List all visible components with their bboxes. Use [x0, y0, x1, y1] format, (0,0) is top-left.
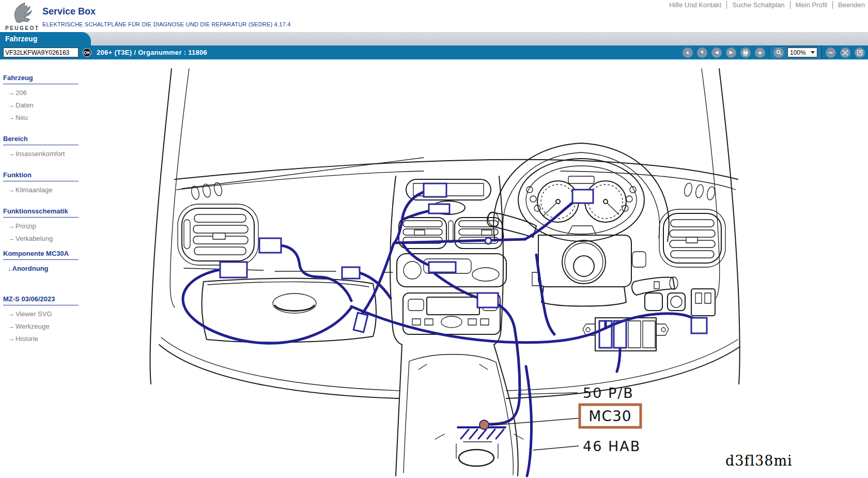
left-arrow-icon: ◀ — [715, 50, 719, 55]
sidebar-item-206[interactable]: →206 — [8, 89, 93, 97]
sidebar: Fahrzeug →206 →Daten →Neu Bereich →Insas… — [0, 59, 93, 478]
sidebar-item-label: Prinzip — [16, 222, 36, 230]
magnifier-icon — [776, 50, 782, 55]
arrow-right-icon: → — [8, 235, 14, 242]
connector — [691, 318, 707, 333]
arrow-right-icon: → — [8, 114, 14, 121]
sidebar-item-verkabelung[interactable]: →Verkabelung — [8, 235, 93, 242]
vin-input[interactable] — [3, 48, 79, 57]
zoom-in-button[interactable]: + — [755, 48, 765, 58]
app-subtitle: ELEKTRISCHE SCHALTPLÄNE FÜR DIE DIAGNOSE… — [42, 21, 290, 27]
sidebar-item-prinzip[interactable]: →Prinzip — [8, 222, 93, 230]
wiring-diagram: 50 P/B MC30 46 HAB d3fl38mi — [93, 59, 868, 478]
sidebar-item-label: Verkabelung — [16, 235, 53, 242]
sidebar-item-viewer-svg[interactable]: →Viewer SVG — [8, 310, 93, 318]
external-window-icon — [857, 50, 863, 56]
sidebar-item-neu[interactable]: →Neu — [8, 114, 93, 121]
plus-icon: + — [758, 49, 763, 56]
connector — [477, 293, 498, 307]
sidebar-item-anordnung[interactable]: ↓Anordnung — [8, 265, 93, 272]
zoom-out-button[interactable]: − — [826, 48, 836, 58]
sidebar-item-werkzeuge[interactable]: →Werkzeuge — [8, 322, 93, 330]
component-box-mc30[interactable]: MC30 — [580, 405, 641, 427]
ground-point-mc30 — [479, 420, 489, 429]
zoom-control-group: 100% — [769, 46, 822, 59]
left-air-vent — [178, 204, 258, 265]
connector — [220, 262, 247, 277]
sidebar-item-label: Neu — [16, 114, 28, 121]
move-down-button[interactable]: ▼ — [697, 48, 707, 58]
move-up-button[interactable]: ▲ — [683, 48, 693, 58]
connector — [353, 313, 368, 332]
arrow-right-icon: → — [8, 150, 14, 158]
connector — [572, 190, 593, 203]
sidebar-section-bereich: Bereich — [3, 135, 79, 145]
link-mein-profil[interactable]: Mein Profil — [790, 1, 832, 9]
harness-node — [485, 238, 491, 244]
ok-button[interactable]: OK — [83, 48, 91, 57]
steering-column — [532, 226, 646, 306]
link-beenden[interactable]: Beenden — [832, 1, 865, 9]
connector — [342, 267, 360, 279]
print-button[interactable] — [740, 48, 751, 58]
center-console — [396, 345, 523, 476]
up-arrow-icon: ▲ — [686, 50, 690, 55]
steering-stalks — [487, 211, 678, 295]
vehicle-info: 206+ (T3E) / Organummer : 11806 — [97, 49, 207, 56]
arrow-down-icon: ↓ — [8, 265, 11, 272]
sidebar-item-insassenkomfort[interactable]: →Insassenkomfort — [8, 150, 93, 158]
peugeot-lion-icon — [9, 2, 33, 23]
switch-panel — [645, 289, 715, 316]
tab-fahrzeug[interactable]: Fahrzeug — [0, 32, 91, 45]
sidebar-item-label: Werkzeuge — [16, 322, 50, 330]
drawing-code: d3fl38mi — [725, 453, 793, 469]
connectors — [220, 183, 707, 348]
connector — [424, 183, 446, 197]
sidebar-item-label: Viewer SVG — [16, 310, 52, 318]
arrow-right-icon: → — [8, 322, 14, 330]
app-header: PEUGEOT Service Box ELEKTRISCHE SCHALTPL… — [0, 0, 868, 32]
sidebar-item-label: Historie — [16, 335, 38, 343]
printer-icon — [742, 50, 749, 56]
right-arrow-icon: ▶ — [730, 50, 733, 55]
toolbar: OK 206+ (T3E) / Organummer : 11806 ▲ ▼ ◀… — [0, 45, 868, 59]
chevron-down-icon — [811, 51, 815, 54]
link-hilfe-und-kontakt[interactable]: Hilfe Und Kontakt — [664, 1, 726, 9]
connector — [259, 238, 281, 253]
sidebar-item-daten[interactable]: →Daten — [8, 101, 93, 109]
move-right-button[interactable]: ▶ — [726, 48, 736, 58]
magnifier-button[interactable] — [773, 48, 784, 58]
left-a-pillar — [150, 69, 172, 384]
fit-screen-button[interactable] — [840, 48, 850, 58]
right-a-pillar — [719, 69, 740, 384]
sidebar-item-label: Daten — [16, 101, 34, 109]
open-external-button[interactable] — [855, 48, 865, 58]
wire-label-46-hab: 46 HAB — [583, 438, 641, 454]
sidebar-section-funktionsschematik: Funktionsschematik — [3, 207, 79, 218]
left-speaker-grille — [190, 182, 223, 200]
wiring-harness — [183, 191, 698, 476]
minus-icon: − — [829, 49, 833, 56]
arrow-right-icon: → — [8, 310, 14, 318]
expand-arrows-icon — [842, 50, 848, 56]
arrow-right-icon: → — [8, 186, 14, 194]
arrow-right-icon: → — [8, 335, 14, 343]
diagram-panel: 50 P/B MC30 46 HAB d3fl38mi — [93, 59, 868, 478]
sidebar-item-label: Klimaanlage — [16, 186, 53, 194]
move-left-button[interactable]: ◀ — [711, 48, 722, 58]
link-suche-schaltplan[interactable]: Suche Schaltplan — [726, 1, 789, 9]
connector — [429, 204, 450, 213]
sidebar-item-label: Anordnung — [12, 265, 49, 272]
tab-bar: Fahrzeug — [0, 32, 868, 45]
peugeot-logo: PEUGEOT — [5, 2, 37, 31]
sidebar-section-komponente-mc30a: Komponente MC30A — [3, 250, 79, 260]
center-stack — [390, 176, 506, 345]
sidebar-item-klimaanlage[interactable]: →Klimaanlage — [8, 186, 93, 194]
zoom-level-select[interactable]: 100% — [787, 48, 817, 57]
wire-label-50-pb: 50 P/B — [583, 385, 634, 401]
sidebar-section-mzs: MZ-S 03/06/2023 — [3, 295, 79, 305]
connector — [429, 262, 456, 272]
sidebar-item-historie[interactable]: →Historie — [8, 335, 93, 343]
header-links: Hilfe Und KontaktSuche SchaltplanMein Pr… — [664, 1, 865, 9]
brand-name: PEUGEOT — [5, 25, 37, 31]
